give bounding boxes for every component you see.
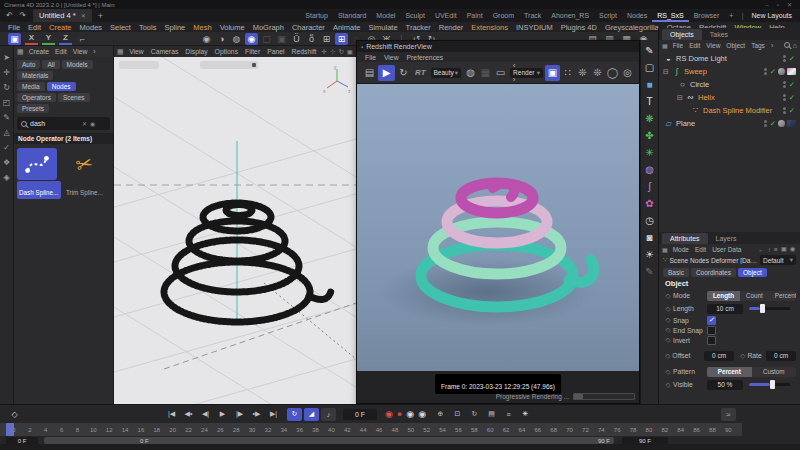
- undo-icon[interactable]: ↶: [3, 10, 16, 22]
- create-object-icon[interactable]: ◙: [641, 229, 659, 246]
- manager-tab[interactable]: Takes: [702, 29, 736, 40]
- create-object-icon[interactable]: ✎: [641, 263, 659, 280]
- asset-menu-item[interactable]: ›: [90, 48, 98, 55]
- viewport-menu-item[interactable]: Cameras: [147, 48, 182, 55]
- tool-strip-icon[interactable]: ✎: [0, 110, 14, 125]
- phong-tag[interactable]: [778, 120, 785, 127]
- menu-item[interactable]: Volume: [216, 23, 249, 32]
- fcurve-graph-button[interactable]: ≈: [721, 408, 736, 421]
- menu-item[interactable]: Character: [288, 23, 329, 32]
- close-button[interactable]: ✕: [783, 1, 796, 8]
- visibility-dots[interactable]: [783, 81, 786, 89]
- toolbar-icon[interactable]: X: [25, 33, 38, 45]
- create-object-icon[interactable]: T: [641, 93, 659, 110]
- tool-strip-icon[interactable]: ◈: [0, 170, 14, 185]
- search-icon[interactable]: [784, 42, 790, 48]
- invert-checkbox[interactable]: [707, 336, 716, 345]
- minimize-button[interactable]: –: [761, 2, 772, 8]
- panel-menu-icon[interactable]: ▦: [662, 246, 668, 253]
- clear-search-icon[interactable]: ✕: [82, 120, 87, 127]
- object-label[interactable]: Sweep: [684, 67, 707, 76]
- keyframe-icon[interactable]: ◇: [7, 408, 22, 421]
- tool-strip-icon[interactable]: ❖: [0, 155, 14, 170]
- transport-button[interactable]: |◀: [164, 408, 179, 421]
- record-circle-button[interactable]: ◉: [383, 409, 395, 419]
- visible-field[interactable]: 50 %: [707, 380, 743, 390]
- timeline-toggle[interactable]: ♪: [321, 408, 336, 421]
- menu-item[interactable]: Select: [106, 23, 135, 32]
- viewport-menu-item[interactable]: View: [126, 48, 148, 55]
- renderview-icon[interactable]: ◎: [620, 65, 635, 81]
- viewport-cam-icon[interactable]: ⊹: [328, 48, 336, 56]
- menu-item[interactable]: Create: [45, 23, 76, 32]
- new-layouts-button[interactable]: New Layouts: [747, 12, 797, 19]
- tool-strip-icon[interactable]: ↻: [0, 80, 14, 95]
- maximize-button[interactable]: ▫: [773, 2, 783, 8]
- layout-tab[interactable]: Nodes: [622, 9, 652, 22]
- menu-item[interactable]: Render: [435, 23, 468, 32]
- attributes-nav-icon[interactable]: ≡: [772, 246, 779, 253]
- record-option-button[interactable]: ⊕: [433, 408, 448, 421]
- menu-item[interactable]: Plugins 4D: [557, 23, 601, 32]
- layout-tab[interactable]: Ahonen_RS: [546, 9, 594, 22]
- filter-chip[interactable]: Auto: [17, 60, 40, 69]
- transport-button[interactable]: •▶: [249, 408, 264, 421]
- transport-button[interactable]: ◀|: [198, 408, 213, 421]
- asset-menu-item[interactable]: Create: [26, 48, 52, 55]
- toolbar-icon[interactable]: ⌐: [76, 33, 89, 45]
- enabled-check[interactable]: ✓: [770, 67, 776, 76]
- visibility-dots[interactable]: [783, 94, 786, 102]
- mode-option[interactable]: Count: [740, 291, 769, 301]
- toolbar-icon[interactable]: ◑: [215, 33, 228, 45]
- search-input[interactable]: [30, 120, 82, 127]
- renderview-icon[interactable]: ▦: [478, 65, 493, 81]
- manager-tab[interactable]: Objects: [662, 29, 702, 40]
- layout-tab[interactable]: Script: [594, 9, 622, 22]
- timeline-toggle[interactable]: ↻: [287, 408, 302, 421]
- filter-chip[interactable]: Operators: [17, 93, 56, 102]
- menu-item[interactable]: Mesh: [189, 23, 215, 32]
- document-tab[interactable]: Untitled 4 * ✕: [33, 9, 92, 22]
- length-field[interactable]: 10 cm: [707, 304, 743, 314]
- transport-button[interactable]: ▶: [215, 408, 230, 421]
- material-tag[interactable]: [787, 68, 796, 75]
- render-canvas[interactable]: [357, 84, 639, 371]
- snapshot-nav-select[interactable]: ‹ Render › ▾: [510, 68, 543, 78]
- mode-option[interactable]: Percentage: [769, 291, 796, 301]
- timeline-ruler[interactable]: 0246810121416182022242628303234363840424…: [0, 423, 742, 436]
- panel-menu-icon[interactable]: ▦: [662, 42, 668, 49]
- pattern-option[interactable]: Percent: [707, 367, 752, 377]
- object-tree-item[interactable]: ⊟ ∾ Helix ✓: [659, 91, 800, 104]
- visibility-dots[interactable]: [764, 68, 767, 76]
- renderview-icon[interactable]: ▤: [361, 65, 378, 81]
- create-object-icon[interactable]: ❋: [641, 110, 659, 127]
- layout-tab[interactable]: Track: [519, 9, 546, 22]
- create-object-icon[interactable]: ✤: [641, 127, 659, 144]
- layout-tab[interactable]: Model: [371, 9, 400, 22]
- object-manager-menu-item[interactable]: Tags: [748, 42, 768, 49]
- object-label[interactable]: Dash Spline Modifier: [703, 106, 772, 115]
- menu-item[interactable]: Edit: [24, 23, 45, 32]
- create-object-icon[interactable]: ☀: [641, 246, 659, 263]
- record-option-button[interactable]: ⊡: [450, 408, 465, 421]
- object-tree-item[interactable]: ▱ Plane ✓: [659, 117, 800, 130]
- tool-strip-icon[interactable]: ➤: [0, 50, 14, 65]
- toolbar-icon[interactable]: Z: [59, 33, 72, 45]
- record-option-button[interactable]: ≡: [501, 408, 516, 421]
- manager-tab[interactable]: Attributes: [662, 233, 708, 244]
- current-frame-field[interactable]: 0 F: [343, 409, 377, 420]
- visibility-dots[interactable]: [783, 55, 786, 63]
- length-slider[interactable]: [749, 307, 790, 310]
- attributes-menu-item[interactable]: User Data: [709, 246, 744, 253]
- viewport-menu-icon[interactable]: ▦: [117, 48, 124, 56]
- menu-item[interactable]: MoGraph: [249, 23, 288, 32]
- viewport-menu-item[interactable]: Display: [182, 48, 211, 55]
- visibility-dots[interactable]: [764, 120, 767, 128]
- toolbar-icon[interactable]: ⊞: [320, 33, 333, 45]
- menu-item[interactable]: File: [4, 23, 24, 32]
- close-tab-icon[interactable]: ✕: [81, 12, 86, 19]
- asset-tile-trim-spline[interactable]: ✂ Trim Spline...: [64, 148, 108, 199]
- object-label[interactable]: RS Dome Light: [676, 54, 727, 63]
- tool-strip-icon[interactable]: ◰: [0, 95, 14, 110]
- attribute-subtab[interactable]: Basic: [663, 268, 689, 277]
